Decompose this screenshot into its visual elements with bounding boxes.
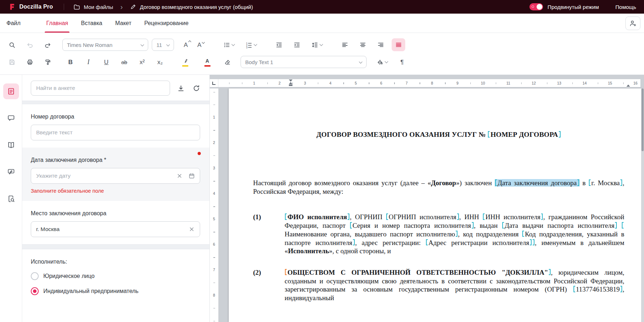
doc-field[interactable]: ОГРНИП исполнителя (386, 213, 459, 221)
advanced-mode-toggle[interactable] (529, 3, 543, 10)
doc-field[interactable]: Дата выдачи паспорта исполнителя (502, 222, 618, 229)
paragraph-marks-button[interactable]: ¶ (395, 56, 409, 68)
field-bracket-close (472, 222, 474, 228)
clear-place-button[interactable] (188, 225, 196, 234)
numbered-list-button[interactable]: 123 (242, 38, 260, 51)
my-files-button[interactable]: Мои файлы (73, 4, 113, 10)
doc-field[interactable]: 1137746153819 (573, 285, 623, 293)
align-justify-button[interactable] (392, 38, 405, 51)
field-bracket-close (577, 179, 579, 186)
doc-field-text: Наименование органа, выдавшего паспорт и… (285, 230, 455, 238)
align-right-button[interactable] (374, 38, 387, 51)
doc-field[interactable]: НОМЕР ДОГОВОРА (488, 131, 561, 138)
first-line-indent-marker[interactable] (289, 80, 292, 82)
doc-paragraph[interactable]: (2)ОБЩЕСТВОМ С ОГРАНИЧЕННОЙ ОТВЕТСТВЕННО… (253, 268, 624, 302)
doc-paragraph[interactable]: Настоящий договор возмездного оказания у… (253, 179, 624, 196)
superscript-button[interactable]: x² (135, 56, 149, 68)
subscript-glyph: x₂ (157, 59, 163, 65)
contract-place-input[interactable] (31, 221, 200, 237)
doc-paragraph[interactable]: (1)ФИО исполнителя, ОГРНИП ОГРНИП исполн… (253, 213, 624, 255)
scrollbar-thumb[interactable] (641, 88, 644, 151)
paragraph-style-select[interactable]: Body Text 1 (241, 56, 367, 68)
ruler-number: 6 (210, 241, 218, 247)
radio-legal-entity[interactable]: Юридическое лицо (31, 272, 200, 280)
doc-field[interactable]: Дата заключения договора (495, 179, 580, 187)
calendar-button[interactable] (188, 172, 196, 180)
format-painter-button[interactable] (41, 56, 54, 68)
tab-home[interactable]: Главная (41, 14, 73, 33)
field-bracket-close (559, 131, 561, 138)
field-error-message: Заполните обязательное поле (31, 188, 200, 194)
doc-field[interactable]: Серия и номер паспорта исполнителя (350, 222, 474, 229)
doc-field[interactable]: ОБЩЕСТВОМ С ОГРАНИЧЕННОЙ ОТВЕТСТВЕННОСТЬ… (285, 269, 551, 276)
doc-field[interactable]: ФИО исполнителя (285, 213, 350, 221)
refresh-button[interactable] (192, 84, 201, 93)
rename-pencil-icon[interactable] (130, 4, 136, 10)
doc-field[interactable]: ИНН исполнителя (483, 213, 543, 221)
doc-text-run: , ИНН (459, 213, 483, 221)
font-family-select[interactable]: Times New Roman (62, 39, 148, 51)
highlight-color-button[interactable] (176, 56, 194, 68)
decrease-font-size-button[interactable]: A (194, 38, 208, 51)
tab-insert[interactable]: Вставка (76, 14, 107, 33)
shading-button[interactable] (373, 56, 391, 68)
contract-place-label: Место заключения договора (31, 210, 200, 217)
panel-search-row (22, 75, 209, 101)
search-button[interactable] (5, 38, 19, 51)
subscript-button[interactable]: x₂ (153, 56, 167, 68)
questionnaire-search-input[interactable] (31, 81, 170, 96)
strikethrough-button[interactable]: ab (117, 56, 131, 68)
save-button[interactable] (5, 56, 19, 68)
contract-number-input[interactable] (31, 125, 200, 140)
doc-field[interactable]: г. Москва (589, 179, 623, 187)
clear-date-button[interactable] (175, 172, 184, 180)
paragraph-style-value: Body Text 1 (245, 59, 273, 65)
tab-layout[interactable]: Макет (110, 14, 136, 33)
align-center-button[interactable] (356, 38, 369, 51)
radio-individual-entrepreneur[interactable]: Индивидуальный предприниматель (31, 287, 200, 295)
sidebar-item-review[interactable] (3, 164, 19, 180)
sidebar-item-library[interactable] (3, 137, 19, 153)
contract-date-input[interactable] (31, 168, 200, 184)
decrease-indent-button[interactable] (272, 38, 286, 51)
download-button[interactable] (176, 84, 185, 93)
tab-file[interactable]: Файл (1, 14, 26, 33)
underline-button[interactable]: U (100, 56, 113, 68)
right-indent-marker[interactable] (626, 85, 630, 87)
document-title[interactable]: Договор возмездного оказания услуг (общи… (140, 4, 253, 10)
line-spacing-button[interactable] (308, 38, 326, 51)
hanging-indent-marker[interactable] (289, 82, 292, 84)
main-content: Номер договора Дата заключения договора … (0, 75, 644, 322)
font-size-select[interactable]: 11 (152, 39, 174, 51)
sidebar-item-document-search[interactable] (3, 191, 19, 207)
doczilla-logo-icon[interactable] (9, 3, 16, 10)
bold-button[interactable]: B (64, 56, 77, 68)
bullet-list-button[interactable] (220, 38, 238, 51)
sidebar-item-comments[interactable] (3, 110, 19, 126)
undo-button[interactable] (23, 38, 37, 51)
horizontal-ruler[interactable]: 12345678910111213141516 (218, 79, 640, 87)
clear-formatting-button[interactable] (221, 56, 234, 68)
tab-stop-selector[interactable] (210, 79, 218, 87)
vertical-ruler[interactable]: 12345678 (210, 88, 218, 322)
print-button[interactable] (23, 56, 37, 68)
doc-field[interactable]: Адрес регистрации исполнителя (426, 239, 532, 246)
doc-title[interactable]: ДОГОВОР ВОЗМЕЗДНОГО ОКАЗАНИЯ УСЛУГ № НОМ… (253, 131, 624, 139)
document-scrollbar[interactable] (641, 88, 644, 322)
redo-button[interactable] (41, 38, 54, 51)
field-bracket-open (573, 286, 575, 292)
sidebar-item-questionnaire[interactable] (3, 83, 19, 99)
add-user-button[interactable] (625, 16, 640, 30)
menu-tabs: Главная Вставка Макет Рецензирование (41, 14, 193, 33)
document-page[interactable]: ДОГОВОР ВОЗМЕЗДНОГО ОКАЗАНИЯ УСЛУГ № НОМ… (229, 88, 641, 322)
indent-marker[interactable] (289, 80, 292, 86)
increase-indent-button[interactable] (290, 38, 304, 51)
ruler-number: 4 (210, 191, 218, 196)
align-left-button[interactable] (338, 38, 352, 51)
left-indent-marker[interactable] (289, 85, 292, 86)
increase-font-size-button[interactable]: A (180, 38, 194, 51)
help-link[interactable]: Помощь (615, 4, 636, 10)
italic-button[interactable]: I (82, 56, 95, 68)
font-color-button[interactable]: A (198, 56, 216, 68)
tab-review[interactable]: Рецензирование (139, 14, 194, 33)
